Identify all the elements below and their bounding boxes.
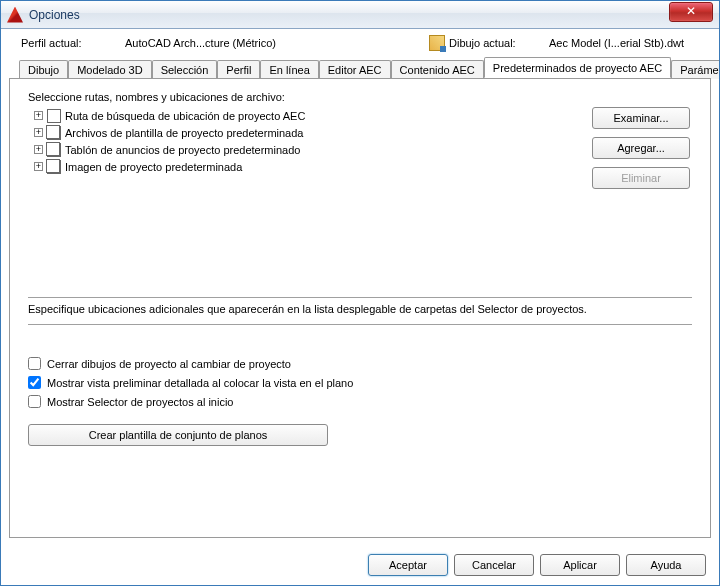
tree-item-label: Imagen de proyecto predeterminada xyxy=(65,161,242,173)
expand-icon[interactable]: + xyxy=(34,111,43,120)
tab-modelado3d[interactable]: Modelado 3D xyxy=(68,60,151,79)
tab-dibujo[interactable]: Dibujo xyxy=(19,60,68,79)
drawing-icon xyxy=(429,35,445,51)
divider xyxy=(28,297,692,298)
tree-item-label: Tablón de anuncios de proyecto predeterm… xyxy=(65,144,300,156)
divider xyxy=(28,324,692,325)
tab-perfil[interactable]: Perfil xyxy=(217,60,260,79)
tab-editoraec[interactable]: Editor AEC xyxy=(319,60,391,79)
add-button[interactable]: Agregar... xyxy=(592,137,690,159)
delete-button: Eliminar xyxy=(592,167,690,189)
titlebar: Opciones ✕ xyxy=(1,1,719,29)
expand-icon[interactable]: + xyxy=(34,145,43,154)
files-icon xyxy=(47,126,61,140)
tab-predeterminados[interactable]: Predeterminados de proyecto AEC xyxy=(484,57,671,78)
tree-item-label: Ruta de búsqueda de ubicación de proyect… xyxy=(65,110,305,122)
tab-contenidoaec[interactable]: Contenido AEC xyxy=(391,60,484,79)
checkbox-label: Cerrar dibujos de proyecto al cambiar de… xyxy=(47,358,291,370)
profile-value: AutoCAD Arch...cture (Métrico) xyxy=(125,37,429,49)
tab-parametros[interactable]: Parámetros d xyxy=(671,60,720,79)
tree-item-label: Archivos de plantilla de proyecto predet… xyxy=(65,127,303,139)
right-buttons: Examinar... Agregar... Eliminar xyxy=(592,107,690,189)
app-icon xyxy=(7,7,23,23)
checkbox-label: Mostrar vista preliminar detallada al co… xyxy=(47,377,353,389)
tab-panel: Seleccione rutas, nombres y ubicaciones … xyxy=(9,78,711,538)
files-icon xyxy=(47,143,61,157)
ok-button[interactable]: Aceptar xyxy=(368,554,448,576)
description-text: Especifique ubicaciones adicionales que … xyxy=(28,302,692,316)
expand-icon[interactable]: + xyxy=(34,162,43,171)
checkbox-preview[interactable]: Mostrar vista preliminar detallada al co… xyxy=(28,376,692,389)
apply-button[interactable]: Aplicar xyxy=(540,554,620,576)
drawing-label: Dibujo actual: xyxy=(449,37,549,49)
create-template-button[interactable]: Crear plantilla de conjunto de planos xyxy=(28,424,328,446)
browse-button[interactable]: Examinar... xyxy=(592,107,690,129)
close-button[interactable]: ✕ xyxy=(669,2,713,22)
checkbox-input[interactable] xyxy=(28,395,41,408)
header-info: Perfil actual: AutoCAD Arch...cture (Mét… xyxy=(1,29,719,55)
tree-label: Seleccione rutas, nombres y ubicaciones … xyxy=(28,91,692,103)
checkbox-label: Mostrar Selector de proyectos al inicio xyxy=(47,396,233,408)
tab-seleccion[interactable]: Selección xyxy=(152,60,218,79)
expand-icon[interactable]: + xyxy=(34,128,43,137)
profile-label: Perfil actual: xyxy=(21,37,125,49)
checkbox-input[interactable] xyxy=(28,357,41,370)
drawing-value: Aec Model (I...erial Stb).dwt xyxy=(549,37,699,49)
footer-buttons: Aceptar Cancelar Aplicar Ayuda xyxy=(368,554,706,576)
help-button[interactable]: Ayuda xyxy=(626,554,706,576)
checkbox-close-drawings[interactable]: Cerrar dibujos de proyecto al cambiar de… xyxy=(28,357,692,370)
files-icon xyxy=(47,160,61,174)
folder-icon xyxy=(47,109,61,123)
tab-enlinea[interactable]: En línea xyxy=(260,60,318,79)
checkbox-input[interactable] xyxy=(28,376,41,389)
tab-strip: Dibujo Modelado 3D Selección Perfil En l… xyxy=(1,57,719,78)
window-title: Opciones xyxy=(29,8,713,22)
cancel-button[interactable]: Cancelar xyxy=(454,554,534,576)
checkbox-show-selector[interactable]: Mostrar Selector de proyectos al inicio xyxy=(28,395,692,408)
checkbox-group: Cerrar dibujos de proyecto al cambiar de… xyxy=(28,357,692,408)
